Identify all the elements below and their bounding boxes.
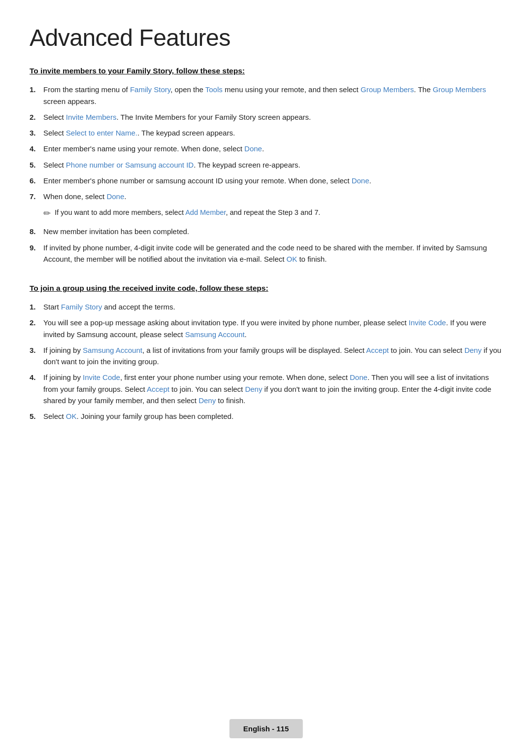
link-invite-members[interactable]: Invite Members xyxy=(66,113,117,121)
step-4-num: 4. xyxy=(30,143,43,154)
step-7-num: 7. xyxy=(30,191,43,202)
link-accept-2[interactable]: Accept xyxy=(147,385,169,393)
link-tools[interactable]: Tools xyxy=(205,85,223,94)
link-phone-samsung-id[interactable]: Phone number or Samsung account ID xyxy=(66,161,194,169)
section1-steps-cont: 8. New member invitation has been comple… xyxy=(30,226,502,265)
link-accept-1[interactable]: Accept xyxy=(366,346,389,354)
section2-heading: To join a group using the received invit… xyxy=(30,282,502,294)
link-family-story-1[interactable]: Family Story xyxy=(130,85,170,94)
step-8: 8. New member invitation has been comple… xyxy=(30,226,502,237)
link-invite-code[interactable]: Invite Code xyxy=(409,318,446,327)
step-5-num: 5. xyxy=(30,159,43,171)
page-title: Advanced Features xyxy=(30,20,502,56)
link-done-2[interactable]: Done xyxy=(352,176,369,185)
link-group-members-2[interactable]: Group Members xyxy=(432,85,486,94)
note-text: If you want to add more members, select … xyxy=(55,207,320,218)
step-7-content: When done, select Done. xyxy=(43,191,502,202)
s2-step-3-num: 3. xyxy=(30,344,43,356)
s2-step-2-num: 2. xyxy=(30,317,43,328)
step-3-content: Select Select to enter Name.. The keypad… xyxy=(43,127,502,138)
footer-badge: English - 115 xyxy=(230,719,303,738)
link-family-story-2[interactable]: Family Story xyxy=(61,303,102,311)
step-3-num: 3. xyxy=(30,127,43,138)
link-ok-1[interactable]: OK xyxy=(287,255,298,263)
step-6-content: Enter member's phone number or samsung a… xyxy=(43,175,502,186)
s2-step-3-content: If joining by Samsung Account, a list of… xyxy=(43,344,502,368)
step-9-num: 9. xyxy=(30,242,43,253)
link-deny-1[interactable]: Deny xyxy=(465,346,482,354)
link-invite-code-2[interactable]: Invite Code xyxy=(83,373,120,381)
step-6: 6. Enter member's phone number or samsun… xyxy=(30,175,502,186)
link-ok-2[interactable]: OK xyxy=(66,412,77,420)
link-group-members-1[interactable]: Group Members xyxy=(361,85,414,94)
step-7: 7. When done, select Done. xyxy=(30,191,502,202)
step-2-num: 2. xyxy=(30,111,43,123)
link-samsung-account-2[interactable]: Samsung Account xyxy=(83,346,142,354)
section1-steps: 1. From the starting menu of Family Stor… xyxy=(30,84,502,202)
s2-step-2-content: You will see a pop-up message asking abo… xyxy=(43,317,502,340)
step-1-content: From the starting menu of Family Story, … xyxy=(43,84,502,107)
link-deny-2[interactable]: Deny xyxy=(245,385,262,393)
step-3: 3. Select Select to enter Name.. The key… xyxy=(30,127,502,138)
note-icon: ✏ xyxy=(43,207,51,221)
link-add-member[interactable]: Add Member xyxy=(185,208,226,216)
step-4-content: Enter member's name using your remote. W… xyxy=(43,143,502,154)
s2-step-4-num: 4. xyxy=(30,372,43,383)
section1-heading: To invite members to your Family Story, … xyxy=(30,65,502,77)
s2-step-1-content: Start Family Story and accept the terms. xyxy=(43,301,502,312)
step-6-num: 6. xyxy=(30,175,43,186)
s2-step-5: 5. Select OK. Joining your family group … xyxy=(30,411,502,422)
step-4: 4. Enter member's name using your remote… xyxy=(30,143,502,154)
s2-step-5-content: Select OK. Joining your family group has… xyxy=(43,411,502,422)
step-1-num: 1. xyxy=(30,84,43,95)
step-5-content: Select Phone number or Samsung account I… xyxy=(43,159,502,171)
s2-step-5-num: 5. xyxy=(30,411,43,422)
step-8-content: New member invitation has been completed… xyxy=(43,226,502,237)
step-2-content: Select Invite Members. The Invite Member… xyxy=(43,111,502,123)
link-samsung-account-1[interactable]: Samsung Account xyxy=(185,330,245,339)
s2-step-3: 3. If joining by Samsung Account, a list… xyxy=(30,344,502,368)
link-done-3[interactable]: Done xyxy=(106,192,124,201)
step-1: 1. From the starting menu of Family Stor… xyxy=(30,84,502,107)
step-9: 9. If invited by phone number, 4-digit i… xyxy=(30,242,502,265)
s2-step-4-content: If joining by Invite Code, first enter y… xyxy=(43,372,502,406)
step-5: 5. Select Phone number or Samsung accoun… xyxy=(30,159,502,171)
s2-step-1: 1. Start Family Story and accept the ter… xyxy=(30,301,502,312)
step-9-content: If invited by phone number, 4-digit invi… xyxy=(43,242,502,265)
step-8-num: 8. xyxy=(30,226,43,237)
s2-step-4: 4. If joining by Invite Code, first ente… xyxy=(30,372,502,406)
link-deny-3[interactable]: Deny xyxy=(199,396,216,405)
link-done-1[interactable]: Done xyxy=(244,144,262,153)
section2-steps: 1. Start Family Story and accept the ter… xyxy=(30,301,502,422)
link-select-enter-name[interactable]: Select to enter Name. xyxy=(66,129,137,137)
s2-step-1-num: 1. xyxy=(30,301,43,312)
step-2: 2. Select Invite Members. The Invite Mem… xyxy=(30,111,502,123)
s2-step-2: 2. You will see a pop-up message asking … xyxy=(30,317,502,340)
link-done-4[interactable]: Done xyxy=(350,373,367,381)
note-block: ✏ If you want to add more members, selec… xyxy=(43,207,502,221)
